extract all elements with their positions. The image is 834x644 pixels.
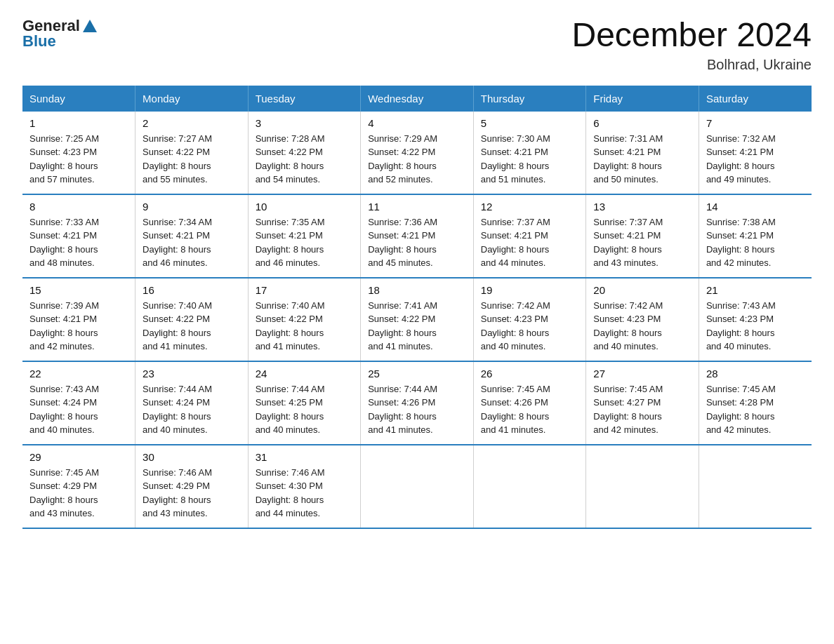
day-number: 18 (368, 284, 466, 296)
day-number: 19 (481, 284, 579, 296)
month-title: December 2024 (571, 17, 812, 54)
calendar-cell: 25Sunrise: 7:44 AMSunset: 4:26 PMDayligh… (361, 361, 474, 445)
calendar-cell: 26Sunrise: 7:45 AMSunset: 4:26 PMDayligh… (473, 361, 586, 445)
weekday-header-thursday: Thursday (473, 86, 586, 112)
calendar-cell: 28Sunrise: 7:45 AMSunset: 4:28 PMDayligh… (699, 361, 812, 445)
calendar-cell: 4Sunrise: 7:29 AMSunset: 4:22 PMDaylight… (361, 112, 474, 194)
weekday-header-sunday: Sunday (22, 86, 135, 112)
calendar-cell: 2Sunrise: 7:27 AMSunset: 4:22 PMDaylight… (135, 112, 249, 194)
day-number: 29 (29, 451, 128, 463)
calendar-cell: 24Sunrise: 7:44 AMSunset: 4:25 PMDayligh… (248, 361, 361, 445)
day-number: 5 (481, 117, 579, 129)
day-number: 10 (256, 201, 354, 213)
day-info: Sunrise: 7:27 AMSunset: 4:22 PMDaylight:… (143, 132, 241, 187)
calendar-week-row: 29Sunrise: 7:45 AMSunset: 4:29 PMDayligh… (22, 445, 812, 528)
day-info: Sunrise: 7:40 AMSunset: 4:22 PMDaylight:… (256, 299, 354, 354)
day-info: Sunrise: 7:44 AMSunset: 4:24 PMDaylight:… (143, 382, 241, 437)
calendar-cell: 20Sunrise: 7:42 AMSunset: 4:23 PMDayligh… (586, 278, 699, 361)
calendar-cell: 3Sunrise: 7:28 AMSunset: 4:22 PMDaylight… (248, 112, 361, 194)
calendar-cell (699, 445, 812, 528)
day-info: Sunrise: 7:46 AMSunset: 4:30 PMDaylight:… (256, 466, 354, 521)
day-number: 8 (29, 201, 128, 213)
location-text: Bolhrad, Ukraine (571, 57, 812, 73)
calendar-cell: 9Sunrise: 7:34 AMSunset: 4:21 PMDaylight… (135, 194, 249, 278)
day-info: Sunrise: 7:45 AMSunset: 4:27 PMDaylight:… (593, 382, 691, 437)
calendar-cell: 19Sunrise: 7:42 AMSunset: 4:23 PMDayligh… (473, 278, 586, 361)
calendar-cell: 13Sunrise: 7:37 AMSunset: 4:21 PMDayligh… (586, 194, 699, 278)
day-number: 16 (143, 284, 241, 296)
day-info: Sunrise: 7:36 AMSunset: 4:21 PMDaylight:… (368, 215, 466, 270)
calendar-cell: 22Sunrise: 7:43 AMSunset: 4:24 PMDayligh… (22, 361, 135, 445)
logo-triangle-icon (83, 20, 97, 32)
day-info: Sunrise: 7:41 AMSunset: 4:22 PMDaylight:… (368, 299, 466, 354)
day-number: 24 (256, 368, 354, 380)
day-info: Sunrise: 7:42 AMSunset: 4:23 PMDaylight:… (593, 299, 691, 354)
day-number: 7 (706, 117, 805, 129)
day-number: 4 (368, 117, 466, 129)
day-number: 23 (143, 368, 241, 380)
calendar-cell: 1Sunrise: 7:25 AMSunset: 4:23 PMDaylight… (22, 112, 135, 194)
weekday-header-friday: Friday (586, 86, 699, 112)
page-header: General Blue December 2024 Bolhrad, Ukra… (22, 17, 812, 73)
calendar-cell: 8Sunrise: 7:33 AMSunset: 4:21 PMDaylight… (22, 194, 135, 278)
day-number: 20 (593, 284, 691, 296)
day-info: Sunrise: 7:35 AMSunset: 4:21 PMDaylight:… (256, 215, 354, 270)
day-info: Sunrise: 7:45 AMSunset: 4:26 PMDaylight:… (481, 382, 579, 437)
day-number: 26 (481, 368, 579, 380)
day-number: 15 (29, 284, 128, 296)
calendar-cell: 10Sunrise: 7:35 AMSunset: 4:21 PMDayligh… (248, 194, 361, 278)
calendar-cell (473, 445, 586, 528)
day-info: Sunrise: 7:37 AMSunset: 4:21 PMDaylight:… (481, 215, 579, 270)
day-number: 12 (481, 201, 579, 213)
day-number: 21 (706, 284, 805, 296)
day-number: 25 (368, 368, 466, 380)
weekday-header-tuesday: Tuesday (248, 86, 361, 112)
day-number: 31 (256, 451, 354, 463)
day-number: 11 (368, 201, 466, 213)
day-number: 17 (256, 284, 354, 296)
day-info: Sunrise: 7:40 AMSunset: 4:22 PMDaylight:… (143, 299, 241, 354)
calendar-table: SundayMondayTuesdayWednesdayThursdayFrid… (22, 86, 812, 529)
day-number: 30 (143, 451, 241, 463)
calendar-cell: 12Sunrise: 7:37 AMSunset: 4:21 PMDayligh… (473, 194, 586, 278)
calendar-cell: 6Sunrise: 7:31 AMSunset: 4:21 PMDaylight… (586, 112, 699, 194)
day-info: Sunrise: 7:44 AMSunset: 4:26 PMDaylight:… (368, 382, 466, 437)
day-number: 22 (29, 368, 128, 380)
day-info: Sunrise: 7:45 AMSunset: 4:28 PMDaylight:… (706, 382, 805, 437)
day-info: Sunrise: 7:44 AMSunset: 4:25 PMDaylight:… (256, 382, 354, 437)
day-info: Sunrise: 7:25 AMSunset: 4:23 PMDaylight:… (29, 132, 128, 187)
calendar-week-row: 8Sunrise: 7:33 AMSunset: 4:21 PMDaylight… (22, 194, 812, 278)
weekday-header-wednesday: Wednesday (361, 86, 474, 112)
calendar-cell: 18Sunrise: 7:41 AMSunset: 4:22 PMDayligh… (361, 278, 474, 361)
calendar-cell: 17Sunrise: 7:40 AMSunset: 4:22 PMDayligh… (248, 278, 361, 361)
calendar-cell: 23Sunrise: 7:44 AMSunset: 4:24 PMDayligh… (135, 361, 249, 445)
calendar-week-row: 22Sunrise: 7:43 AMSunset: 4:24 PMDayligh… (22, 361, 812, 445)
day-number: 2 (143, 117, 241, 129)
calendar-cell: 31Sunrise: 7:46 AMSunset: 4:30 PMDayligh… (248, 445, 361, 528)
day-info: Sunrise: 7:31 AMSunset: 4:21 PMDaylight:… (593, 132, 691, 187)
day-info: Sunrise: 7:34 AMSunset: 4:21 PMDaylight:… (143, 215, 241, 270)
logo-blue-text: Blue (22, 32, 56, 51)
weekday-header-monday: Monday (135, 86, 249, 112)
day-info: Sunrise: 7:37 AMSunset: 4:21 PMDaylight:… (593, 215, 691, 270)
calendar-cell (361, 445, 474, 528)
calendar-cell: 15Sunrise: 7:39 AMSunset: 4:21 PMDayligh… (22, 278, 135, 361)
weekday-header-saturday: Saturday (699, 86, 812, 112)
title-area: December 2024 Bolhrad, Ukraine (571, 17, 812, 73)
calendar-week-row: 1Sunrise: 7:25 AMSunset: 4:23 PMDaylight… (22, 112, 812, 194)
calendar-week-row: 15Sunrise: 7:39 AMSunset: 4:21 PMDayligh… (22, 278, 812, 361)
day-info: Sunrise: 7:43 AMSunset: 4:24 PMDaylight:… (29, 382, 128, 437)
calendar-cell: 14Sunrise: 7:38 AMSunset: 4:21 PMDayligh… (699, 194, 812, 278)
day-number: 27 (593, 368, 691, 380)
day-info: Sunrise: 7:30 AMSunset: 4:21 PMDaylight:… (481, 132, 579, 187)
calendar-cell: 5Sunrise: 7:30 AMSunset: 4:21 PMDaylight… (473, 112, 586, 194)
day-info: Sunrise: 7:46 AMSunset: 4:29 PMDaylight:… (143, 466, 241, 521)
day-info: Sunrise: 7:33 AMSunset: 4:21 PMDaylight:… (29, 215, 128, 270)
day-info: Sunrise: 7:29 AMSunset: 4:22 PMDaylight:… (368, 132, 466, 187)
calendar-cell: 30Sunrise: 7:46 AMSunset: 4:29 PMDayligh… (135, 445, 249, 528)
day-info: Sunrise: 7:28 AMSunset: 4:22 PMDaylight:… (256, 132, 354, 187)
calendar-cell: 29Sunrise: 7:45 AMSunset: 4:29 PMDayligh… (22, 445, 135, 528)
day-number: 14 (706, 201, 805, 213)
calendar-cell: 16Sunrise: 7:40 AMSunset: 4:22 PMDayligh… (135, 278, 249, 361)
day-number: 6 (593, 117, 691, 129)
